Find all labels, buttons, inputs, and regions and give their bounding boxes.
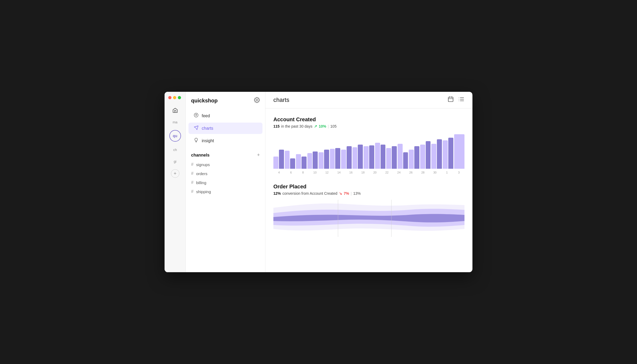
bar: [454, 134, 465, 169]
hash-icon: #: [191, 180, 193, 185]
svg-marker-3: [194, 126, 198, 130]
settings-icon[interactable]: [254, 97, 260, 104]
insight-label: insight: [202, 138, 214, 143]
order-placed-chart: Order Placed 12% conversion from Account…: [273, 184, 464, 237]
gi-label[interactable]: gi: [174, 155, 176, 167]
bar-label: 6: [285, 171, 296, 174]
bar: [302, 157, 307, 169]
order-placed-trend-value: 7%: [344, 191, 349, 196]
bar: [443, 140, 448, 169]
ch-label[interactable]: ch: [173, 144, 177, 155]
bar: [437, 139, 442, 169]
svg-point-0: [256, 99, 258, 101]
bar-group: [443, 138, 453, 169]
bar-label: 12: [321, 171, 333, 174]
bar-group: [398, 144, 408, 169]
order-placed-stat: 12%: [273, 191, 281, 196]
page-title: charts: [273, 97, 289, 103]
bar: [324, 150, 329, 169]
bar: [313, 151, 318, 169]
bar-label: 20: [369, 171, 381, 174]
channel-item-signups[interactable]: # signups: [186, 160, 265, 169]
bar: [398, 144, 403, 169]
channels-title: channels: [191, 153, 209, 158]
bar-group: [352, 145, 363, 169]
channel-label-shipping: shipping: [196, 189, 211, 194]
bar-group: [285, 151, 295, 169]
bar-group: [386, 146, 397, 169]
account-created-chart: Account Created 115 in the past 30 days …: [273, 116, 464, 174]
bar-group: [307, 151, 318, 169]
insight-icon: [194, 138, 199, 144]
channels-section-header: channels +: [186, 147, 265, 160]
bar: [386, 148, 391, 169]
bar-label: 22: [381, 171, 393, 174]
bar: [381, 145, 386, 169]
hash-icon: #: [191, 162, 193, 167]
bar: [426, 141, 431, 169]
avatar[interactable]: qu: [169, 130, 181, 142]
sidebar-item-feed[interactable]: feed: [188, 110, 262, 122]
bar: [369, 145, 374, 169]
bar-label: 24: [393, 171, 404, 174]
hash-icon: #: [191, 171, 193, 176]
home-nav-icon[interactable]: [167, 105, 183, 116]
channel-item-shipping[interactable]: # shipping: [186, 187, 265, 196]
bar: [420, 145, 425, 169]
account-created-subtitle: 115 in the past 30 days ↗ 10% | 105: [273, 124, 464, 128]
minimize-button[interactable]: [173, 96, 176, 99]
hash-icon: #: [191, 189, 193, 194]
bar-label: 3: [453, 171, 464, 174]
account-created-trend-icon: ↗: [314, 124, 317, 128]
add-channel-button[interactable]: +: [257, 152, 260, 158]
bar-group: [273, 150, 284, 169]
bar-group: [420, 141, 431, 169]
sidebar-item-insight[interactable]: insight: [188, 135, 262, 146]
bar-label: 8: [297, 171, 308, 174]
main-header: charts: [265, 92, 472, 109]
account-created-trend-value: 10%: [319, 124, 326, 128]
feed-icon: [194, 113, 199, 119]
close-button[interactable]: [168, 96, 171, 99]
bar: [347, 146, 352, 169]
channel-item-billing[interactable]: # billing: [186, 178, 265, 187]
header-actions: [447, 96, 464, 104]
order-placed-title: Order Placed: [273, 184, 464, 190]
order-placed-trend-icon: ↘: [339, 191, 342, 196]
bar-label: 30: [429, 171, 440, 174]
bar: [409, 150, 414, 169]
bar-group: [454, 134, 465, 169]
bar: [352, 147, 358, 169]
bar: [392, 146, 397, 169]
bar-group: [409, 146, 419, 169]
channel-item-orders[interactable]: # orders: [186, 169, 265, 178]
bar: [341, 150, 346, 169]
maximize-button[interactable]: [178, 96, 181, 99]
bar-label: 1: [441, 171, 453, 174]
charts-label: charts: [202, 126, 213, 131]
bar-label: 16: [345, 171, 356, 174]
sidebar-header: quickshop: [186, 97, 265, 110]
bar-label: 4: [273, 171, 285, 174]
ma-label[interactable]: ma: [173, 116, 177, 128]
bar-group: [341, 146, 352, 169]
bar: [414, 146, 419, 169]
account-created-compare: 105: [330, 124, 337, 128]
calendar-icon[interactable]: [447, 96, 454, 104]
bar: [431, 144, 436, 169]
feed-label: feed: [202, 114, 210, 118]
bar-group: [330, 148, 341, 169]
sidebar-item-charts[interactable]: charts: [188, 123, 262, 134]
add-workspace-button[interactable]: +: [171, 169, 179, 178]
bar: [290, 158, 295, 169]
order-placed-area-chart: [273, 200, 464, 237]
bar: [273, 157, 278, 169]
bar: [296, 154, 301, 169]
bar: [364, 146, 369, 169]
channel-label-billing: billing: [196, 180, 206, 185]
account-created-stat: 115: [273, 124, 279, 128]
bar: [335, 148, 340, 169]
filter-icon[interactable]: [458, 96, 464, 104]
bar: [448, 138, 453, 169]
traffic-lights: [165, 96, 181, 99]
